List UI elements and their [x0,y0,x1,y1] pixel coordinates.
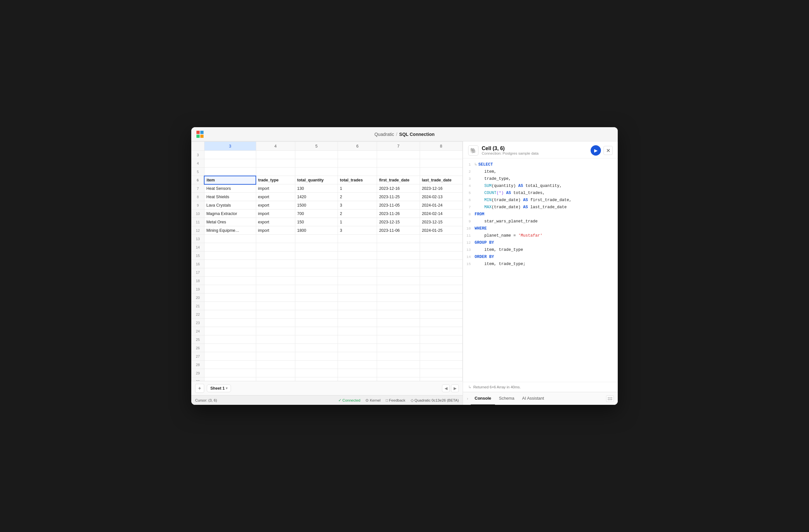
grid-cell[interactable] [377,151,420,159]
grid-cell[interactable] [295,151,338,159]
grid-cell[interactable] [377,159,420,167]
grid-cell[interactable] [420,310,462,319]
prev-sheet-button[interactable]: ◀ [442,385,450,392]
grid-cell[interactable] [295,243,338,251]
table-row[interactable]: 15 [192,251,463,260]
col-header-6[interactable]: 6 [338,142,377,151]
grid-cell[interactable] [204,327,256,335]
grid-cell[interactable]: export [256,218,295,226]
grid-cell[interactable]: 3 [338,201,377,210]
grid-cell[interactable] [204,285,256,294]
grid-cell[interactable]: 2023-11-05 [377,201,420,210]
grid-cell[interactable] [338,310,377,319]
table-row[interactable]: 27 [192,352,463,360]
grid-cell[interactable]: 2023-12-16 [377,184,420,193]
grid-cell[interactable] [338,294,377,302]
grid-cell[interactable] [377,235,420,243]
sheet-grid[interactable]: 3 4 5 6 7 8 3456itemtrade_typetotal_quan… [191,141,463,381]
table-row[interactable]: 17 [192,268,463,277]
col-header-3[interactable]: 3 [204,142,256,151]
grid-cell[interactable] [204,369,256,377]
grid-cell[interactable] [420,159,462,167]
grid-cell[interactable] [204,260,256,268]
grid-cell[interactable] [256,360,295,369]
grid-cell[interactable] [204,151,256,159]
table-row[interactable]: 3 [192,151,463,159]
grid-cell[interactable] [377,302,420,310]
grid-cell[interactable]: 2023-11-25 [377,193,420,201]
grid-cell[interactable] [295,268,338,277]
grid-cell[interactable] [256,319,295,327]
table-row[interactable]: 24 [192,327,463,335]
table-row[interactable]: 4 [192,159,463,167]
sheet-tab[interactable]: Sheet 1 ▾ [207,385,231,392]
grid-cell[interactable] [420,260,462,268]
grid-cell[interactable] [256,377,295,381]
grid-cell[interactable] [256,302,295,310]
grid-cell[interactable]: 2 [338,193,377,201]
grid-cell[interactable] [338,251,377,260]
grid-cell[interactable]: last_trade_date [420,176,462,184]
grid-cell[interactable] [377,167,420,176]
grid-cell[interactable] [295,360,338,369]
grid-cell[interactable]: 2024-01-25 [420,226,462,235]
grid-cell[interactable]: 2 [338,210,377,218]
grid-cell[interactable] [377,327,420,335]
grid-cell[interactable]: first_trade_date [377,176,420,184]
table-row[interactable]: 19 [192,285,463,294]
grid-cell[interactable] [295,352,338,360]
grid-cell[interactable]: 130 [295,184,338,193]
grid-cell[interactable] [295,294,338,302]
grid-cell[interactable]: 1 [338,184,377,193]
table-row[interactable]: 14 [192,243,463,251]
grid-cell[interactable] [420,243,462,251]
grid-cell[interactable]: item [204,176,256,184]
table-row[interactable]: 22 [192,310,463,319]
next-sheet-button[interactable]: ▶ [451,385,459,392]
feedback-link[interactable]: □ Feedback [386,398,406,402]
grid-cell[interactable] [256,369,295,377]
grid-cell[interactable]: 2023-12-16 [420,184,462,193]
table-row[interactable]: 13 [192,235,463,243]
close-button[interactable]: ✕ [603,146,613,155]
grid-cell[interactable] [338,344,377,352]
grid-cell[interactable] [256,151,295,159]
grid-cell[interactable] [338,167,377,176]
grid-cell[interactable]: 2023-11-06 [377,226,420,235]
grid-cell[interactable] [338,260,377,268]
grid-cell[interactable] [256,235,295,243]
grid-cell[interactable]: total_quantity [295,176,338,184]
grid-cell[interactable] [377,369,420,377]
table-row[interactable]: 12Mining Equipme…import180032023-11-0620… [192,226,463,235]
grid-cell[interactable] [420,335,462,344]
grid-cell[interactable] [256,327,295,335]
run-button[interactable]: ▶ [590,145,601,156]
grid-cell[interactable] [338,352,377,360]
grid-cell[interactable] [204,319,256,327]
grid-cell[interactable] [338,235,377,243]
grid-cell[interactable] [256,335,295,344]
grid-cell[interactable] [377,344,420,352]
grid-cell[interactable] [295,310,338,319]
grid-cell[interactable] [377,310,420,319]
grid-cell[interactable] [420,235,462,243]
grid-cell[interactable] [377,243,420,251]
grid-cell[interactable] [295,277,338,285]
grid-cell[interactable]: Heat Sensors [204,184,256,193]
grid-cell[interactable] [295,167,338,176]
grid-cell[interactable] [256,159,295,167]
grid-cell[interactable] [256,344,295,352]
grid-cell[interactable] [295,235,338,243]
grid-cell[interactable] [204,243,256,251]
table-row[interactable]: 28 [192,360,463,369]
grid-cell[interactable] [377,251,420,260]
grid-cell[interactable] [420,167,462,176]
grid-cell[interactable]: 2024-02-14 [420,210,462,218]
col-header-4[interactable]: 4 [256,142,295,151]
grid-cell[interactable] [420,302,462,310]
grid-cell[interactable] [338,335,377,344]
grid-cell[interactable] [377,335,420,344]
tab-schema[interactable]: Schema [495,392,518,405]
grid-cell[interactable] [295,319,338,327]
grid-cell[interactable] [420,277,462,285]
